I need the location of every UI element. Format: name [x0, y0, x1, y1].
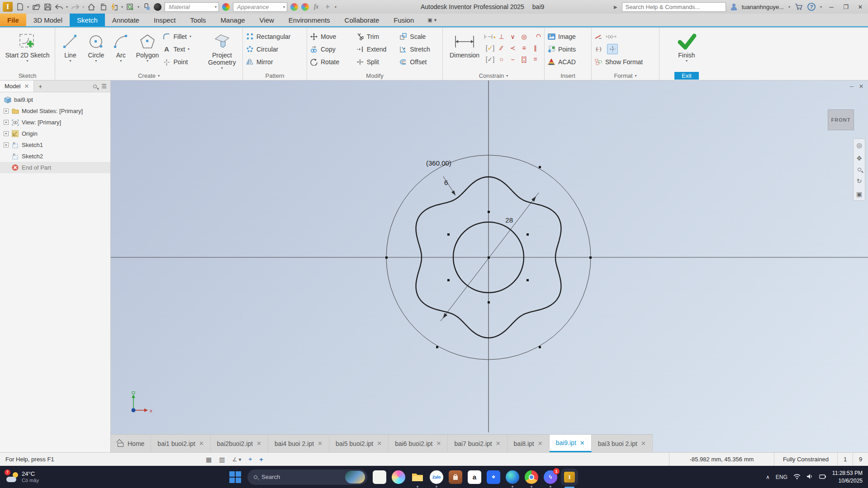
messenger-app-icon[interactable]: ϟ1: [544, 470, 557, 484]
rotate-button[interactable]: Rotate: [310, 56, 351, 67]
start-button[interactable]: [228, 470, 242, 484]
measure-caret-icon[interactable]: ▾: [138, 5, 139, 9]
offset-button[interactable]: Offset: [399, 56, 440, 67]
orbit-icon[interactable]: ↻: [857, 177, 862, 185]
snap-grid-icon[interactable]: ▥: [219, 456, 225, 463]
undo-caret-icon[interactable]: ▾: [66, 5, 68, 9]
model-browser-tab[interactable]: Model✕: [0, 81, 34, 92]
inventor-logo-icon[interactable]: I: [3, 2, 13, 12]
file-explorer-icon[interactable]: [411, 470, 424, 484]
rectangular-pattern-button[interactable]: Rectangular: [246, 31, 291, 42]
close-tab-icon[interactable]: ✕: [199, 440, 204, 447]
tab-file[interactable]: File: [0, 14, 26, 26]
copy-icon[interactable]: [99, 3, 107, 11]
qat-customize-icon[interactable]: ▾: [335, 5, 337, 9]
open-icon[interactable]: [32, 3, 40, 11]
centerline-icon[interactable]: [594, 45, 602, 53]
help-search-input[interactable]: Search Help & Commands...: [622, 2, 726, 12]
app-store-cart-icon[interactable]: [795, 3, 803, 11]
dimension-6-text[interactable]: 6: [444, 179, 448, 186]
sketch-canvas-area[interactable]: 28 (360.00) 6: [111, 81, 868, 452]
collinear-constraint-icon[interactable]: ≡: [522, 44, 526, 52]
dimension-360-text[interactable]: (360.00): [426, 159, 451, 167]
circle-button[interactable]: Circle▾: [84, 30, 109, 63]
precise-input-icon[interactable]: ∠ ▾: [232, 456, 241, 463]
new-file-caret-icon[interactable]: ▾: [27, 5, 29, 9]
restore-button[interactable]: ❐: [841, 4, 851, 10]
close-button[interactable]: ✕: [855, 4, 865, 10]
grid-display-icon[interactable]: ▦: [206, 456, 212, 463]
move-button[interactable]: Move: [310, 31, 351, 42]
group-label-constrain[interactable]: Constrain▾: [443, 71, 544, 80]
group-label-pattern[interactable]: Pattern: [243, 71, 307, 80]
user-caret-icon[interactable]: ▾: [788, 5, 790, 9]
split-button[interactable]: Split: [356, 56, 395, 67]
zoom-icon[interactable]: [858, 168, 861, 171]
fx-parameters-icon[interactable]: fx: [312, 3, 320, 11]
tree-item-origin[interactable]: + Origin: [0, 128, 110, 139]
close-tab-icon[interactable]: ✕: [580, 440, 585, 446]
copilot-app-icon[interactable]: [392, 470, 405, 484]
doctab-bai2[interactable]: bai2buoi2.ipt✕: [211, 435, 268, 452]
finish-sketch-button[interactable]: Finish ▾: [669, 30, 705, 63]
show-format-button[interactable]: Show Format: [594, 56, 656, 67]
insert-image-button[interactable]: Image: [547, 31, 576, 42]
doctab-bai7[interactable]: bai7 buoi2.ipt✕: [448, 435, 507, 452]
tab-manage[interactable]: Manage: [213, 14, 252, 26]
zalo-app-icon[interactable]: Zalo: [430, 470, 443, 484]
trim-button[interactable]: Trim: [356, 31, 395, 42]
inventor-taskbar-icon[interactable]: I: [563, 470, 576, 484]
pen-battery-icon[interactable]: [819, 473, 826, 481]
look-at-icon[interactable]: ▣: [856, 190, 862, 198]
clock-widget[interactable]: 11:28:53 PM 10/6/2025: [832, 469, 863, 484]
driven-dimension-icon[interactable]: ⊦(x)⊣: [607, 33, 615, 41]
close-tab-icon[interactable]: ✕: [436, 440, 441, 447]
doctab-bai3[interactable]: bai3 buoi 2.ipt✕: [592, 435, 653, 452]
group-label-insert[interactable]: Insert: [545, 71, 591, 80]
doctab-bai5[interactable]: bai5 buoi2.ipt✕: [329, 435, 389, 452]
expand-icon[interactable]: +: [4, 142, 9, 147]
expand-icon[interactable]: +: [4, 131, 9, 136]
wifi-icon[interactable]: [793, 473, 801, 481]
project-geometry-button[interactable]: Project Geometry▾: [204, 30, 240, 70]
dynamic-dimension-icon[interactable]: ⌖: [249, 455, 252, 463]
tab-environments[interactable]: Environments: [281, 14, 337, 26]
browser-search-icon[interactable]: [93, 85, 97, 88]
doctab-bai6[interactable]: bai6 buoi2.ipt✕: [389, 435, 448, 452]
polygon-button[interactable]: Polygon▾: [133, 30, 162, 63]
mirror-button[interactable]: Mirror: [246, 56, 291, 67]
group-label-modify[interactable]: Modify: [307, 71, 442, 80]
measure-icon[interactable]: [126, 3, 134, 11]
tree-item-view[interactable]: + View: [Primary]: [0, 117, 110, 128]
show-constraints-icon[interactable]: [✓]: [486, 44, 495, 52]
vertical-constraint-icon[interactable]: ∥: [534, 44, 537, 52]
sketch-geometry[interactable]: 28 (360.00) 6: [111, 81, 868, 452]
chrome-browser-icon[interactable]: [525, 470, 538, 484]
center-point-toggle-icon[interactable]: [607, 44, 618, 54]
tab-3d-model[interactable]: 3D Model: [26, 14, 70, 26]
doc-minimize-icon[interactable]: ─: [849, 83, 854, 90]
full-navigation-wheel-icon[interactable]: ◎: [856, 142, 862, 149]
tab-view[interactable]: View: [252, 14, 281, 26]
parallel-constraint-icon[interactable]: ∕∕: [500, 44, 503, 52]
notes-app-icon[interactable]: [373, 470, 386, 484]
redo-caret-icon[interactable]: ▾: [82, 5, 84, 9]
appearance-sphere-icon[interactable]: [222, 3, 230, 11]
appearance-dropdown[interactable]: Appearance▾: [233, 2, 287, 12]
amazon-app-icon[interactable]: a: [468, 470, 481, 484]
add-browser-icon[interactable]: +: [34, 83, 47, 90]
insert-points-button[interactable]: Points: [547, 43, 576, 55]
weather-widget[interactable]: 7 24°CCó mây: [0, 470, 90, 483]
undo-icon[interactable]: [55, 3, 63, 11]
help-caret-icon[interactable]: ▾: [820, 5, 822, 9]
dimension-button[interactable]: Dimension: [446, 30, 484, 59]
doc-close-icon[interactable]: ✕: [859, 83, 863, 90]
tab-annotate[interactable]: Annotate: [105, 14, 147, 26]
volume-icon[interactable]: [806, 473, 813, 481]
extend-button[interactable]: Extend: [356, 43, 395, 55]
update-caret-icon[interactable]: ▾: [121, 5, 123, 9]
tray-expand-icon[interactable]: ∧: [766, 474, 770, 480]
doctab-bai9-active[interactable]: bai9.ipt✕: [550, 435, 592, 452]
close-browser-icon[interactable]: ✕: [24, 83, 29, 90]
user-account-button[interactable]: tuananhnguye...: [742, 4, 784, 10]
